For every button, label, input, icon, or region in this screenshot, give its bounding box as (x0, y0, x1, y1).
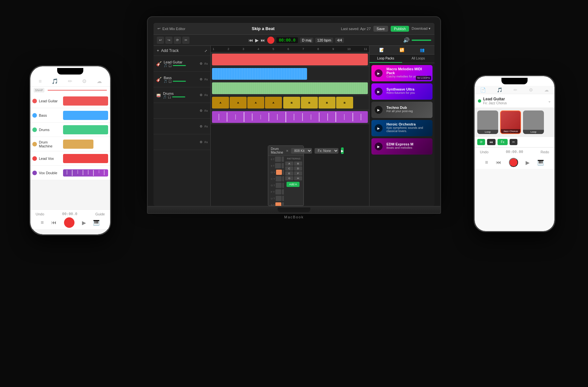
ph-fx-card-loop[interactable]: Loop (477, 110, 498, 134)
pad[interactable] (275, 163, 281, 168)
ph-right-nav-skip-icon[interactable]: ⏮ (496, 160, 501, 165)
track-fader-lead-guitar[interactable] (173, 65, 186, 66)
track-gear-lead-guitar[interactable]: ⚙ (200, 62, 203, 65)
ph-rt-list-icon[interactable]: 📄 (480, 87, 486, 93)
pattern-a2[interactable]: A (230, 97, 247, 109)
ph-right-record-button[interactable] (509, 158, 518, 167)
ph-clip-dm[interactable] (63, 140, 93, 149)
ph-record-button[interactable] (64, 217, 74, 228)
ph-clip-vox[interactable] (63, 154, 108, 163)
ph-toolbar-edit-icon[interactable]: ✏ (68, 78, 72, 84)
ph-nav-play-icon[interactable]: ▶ (82, 220, 86, 226)
ph-right-nav-play-icon[interactable]: ▶ (526, 160, 530, 166)
clip-bass[interactable] (212, 68, 307, 80)
ph-action-green-btn[interactable]: ⟳ (477, 139, 485, 145)
ph-right-nav-list-icon[interactable]: ≡ (485, 160, 488, 165)
pad[interactable] (282, 157, 284, 162)
pattern-b4[interactable]: B (336, 97, 353, 109)
pad-active[interactable] (276, 170, 282, 175)
clip-lead-vox[interactable] (212, 111, 368, 123)
ph-toolbar-cloud-icon[interactable]: ☁ (97, 78, 102, 84)
play-btn-3[interactable]: ▶ (375, 106, 383, 114)
record-button[interactable] (267, 37, 274, 44)
pattern-btn-d[interactable]: D (294, 166, 302, 171)
clip-drums[interactable] (212, 82, 368, 94)
ph-right-undo-label[interactable]: Undo (480, 150, 488, 154)
dm-close[interactable]: ✕ (286, 149, 288, 153)
ph-toolbar-settings-icon[interactable]: ⚙ (82, 78, 87, 84)
track-gear-vox[interactable]: ⚙ (200, 125, 203, 128)
pattern-a1[interactable]: A (212, 97, 229, 109)
volume-slider[interactable] (412, 40, 431, 41)
skip-forward-button[interactable]: ⏭ (261, 38, 265, 43)
pattern-btn-b[interactable]: B (294, 161, 302, 166)
undo-button[interactable]: ↩ (157, 37, 164, 44)
track-fx-vox[interactable]: Fx (204, 125, 208, 128)
ph-track-chevron-icon[interactable]: ⌄ (548, 99, 551, 103)
ph-nav-list-icon[interactable]: ≡ (41, 220, 43, 226)
ph-fx-card-loop2[interactable]: Loop (523, 110, 544, 134)
pattern-a3[interactable]: A (247, 97, 264, 109)
track-fx-lead-guitar[interactable]: Fx (204, 62, 208, 65)
pattern-btn-g[interactable]: G (285, 176, 293, 180)
pattern-btn-a[interactable]: A (285, 161, 293, 166)
track-fader-drums[interactable] (172, 96, 185, 97)
ph-clip-bass[interactable] (63, 111, 108, 120)
track-gear-bass[interactable]: ⚙ (200, 77, 203, 81)
pad-active[interactable] (275, 202, 281, 206)
bpm-display[interactable]: 120 bpm (315, 38, 333, 43)
clip-lead-guitar[interactable] (212, 54, 368, 65)
ph-rt-settings-icon[interactable]: ⚙ (529, 87, 533, 93)
play-btn-1[interactable]: ▶ (375, 69, 383, 77)
ph-rt-edit-icon[interactable]: ✏ (514, 87, 517, 93)
pattern-a4[interactable]: A (265, 97, 282, 109)
lyrics-icon[interactable]: 📝 (379, 48, 384, 52)
loop-button[interactable]: ⟳ (174, 37, 181, 44)
ph-left-toolbar[interactable]: ≡ 🎵 ✏ ⚙ ☁ (30, 76, 110, 87)
pattern-b3[interactable]: B (318, 97, 335, 109)
ph-action-cut-btn[interactable]: ✂ (510, 139, 517, 145)
ph-undo-label[interactable]: Undo (36, 212, 44, 216)
pad[interactable] (275, 157, 281, 162)
dm-fx-select[interactable]: Fx: None (315, 148, 338, 154)
ph-clip-vox2[interactable] (63, 169, 108, 177)
collab-icon[interactable]: 👥 (420, 48, 425, 52)
track-gear-drums[interactable]: ⚙ (200, 93, 203, 97)
dm-add-pattern-button[interactable]: Add A (286, 182, 300, 187)
publish-button[interactable]: Publish (391, 26, 409, 32)
redo-button[interactable]: ↪ (165, 37, 172, 44)
pad[interactable] (276, 196, 282, 201)
pattern-btn-c[interactable]: C (285, 166, 293, 171)
key-signature[interactable]: D maj (300, 38, 313, 43)
pad[interactable] (276, 183, 282, 188)
pad[interactable] (276, 176, 282, 181)
skip-back-button[interactable]: ⏮ (249, 38, 253, 43)
time-signature[interactable]: 4/4 (335, 38, 344, 43)
tab-all-loops[interactable]: All Loops (402, 55, 435, 63)
ph-action-prev-btn[interactable]: ⏮ (487, 139, 496, 145)
pattern-btn-f[interactable]: F (294, 171, 302, 176)
pad[interactable] (282, 163, 284, 168)
track-fx-drums[interactable]: Fx (204, 93, 208, 97)
ph-guide-label[interactable]: Guide (95, 212, 105, 216)
track-fx-dm[interactable]: Fx (204, 109, 208, 112)
track-fx-bass[interactable]: Fx (204, 78, 208, 81)
ph-right-nav-piano-icon[interactable]: 🎹 (537, 160, 544, 166)
pattern-b1[interactable]: B (283, 97, 300, 109)
ph-action-fx-btn[interactable]: Fx (498, 139, 508, 145)
pad[interactable] (275, 189, 281, 194)
ph-toolbar-music-icon[interactable]: 🎵 (52, 78, 58, 84)
track-fx-vox2[interactable]: Fx (204, 141, 208, 144)
pattern-btn-e[interactable]: E (285, 171, 293, 176)
ph-rt-cloud-icon[interactable]: ☁ (544, 87, 549, 93)
dm-play-button[interactable]: ▶ (341, 147, 344, 154)
play-btn-2[interactable]: ▶ (375, 88, 383, 95)
play-btn-4[interactable]: ▶ (375, 124, 383, 132)
ph-toolbar-list-icon[interactable]: ≡ (39, 78, 41, 84)
play-button[interactable]: ▶ (255, 38, 259, 43)
pattern-b2[interactable]: B (301, 97, 318, 109)
track-gear-vox2[interactable]: ⚙ (200, 140, 203, 144)
cut-button[interactable]: ✂ (182, 37, 189, 44)
ph-rt-music-icon[interactable]: 🎵 (497, 87, 502, 93)
ph-nav-piano-icon[interactable]: 🎹 (93, 220, 100, 226)
